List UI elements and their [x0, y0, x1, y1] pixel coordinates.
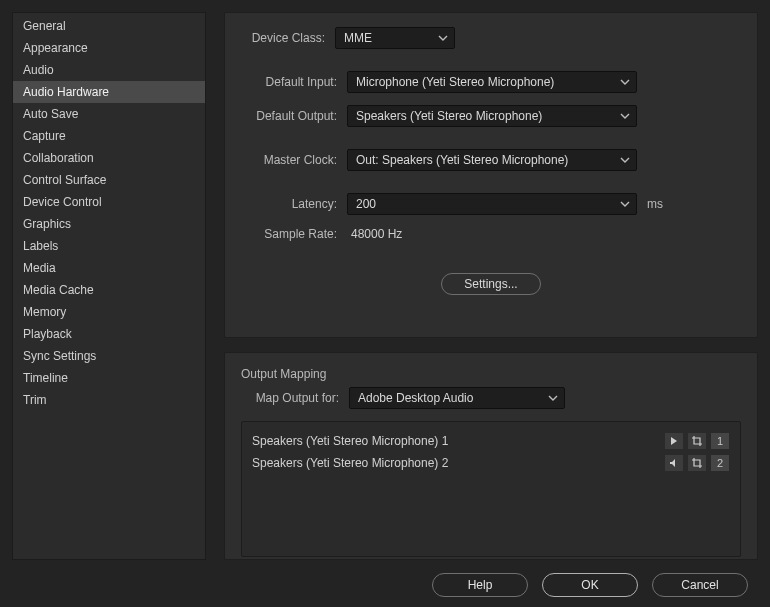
- output-channel-name: Speakers (Yeti Stereo Microphone) 2: [252, 456, 664, 470]
- chevron-down-icon: [620, 111, 630, 121]
- chevron-down-icon: [620, 155, 630, 165]
- sidebar-item-device-control[interactable]: Device Control: [13, 191, 205, 213]
- sidebar-item-trim[interactable]: Trim: [13, 389, 205, 411]
- speaker-icon[interactable]: [664, 454, 684, 472]
- audio-hardware-panel: Device Class: MME Default Input: Microph…: [224, 12, 758, 338]
- sidebar-item-capture[interactable]: Capture: [13, 125, 205, 147]
- latency-unit: ms: [647, 197, 663, 211]
- sample-rate-label: Sample Rate:: [245, 227, 337, 241]
- channel-number[interactable]: 2: [710, 454, 730, 472]
- sidebar-item-memory[interactable]: Memory: [13, 301, 205, 323]
- master-clock-select[interactable]: Out: Speakers (Yeti Stereo Microphone): [347, 149, 637, 171]
- output-mapping-row: Speakers (Yeti Stereo Microphone) 11: [252, 430, 730, 452]
- sidebar-item-control-surface[interactable]: Control Surface: [13, 169, 205, 191]
- chevron-down-icon: [620, 77, 630, 87]
- default-output-label: Default Output:: [245, 109, 337, 123]
- map-output-label: Map Output for:: [247, 391, 339, 405]
- channel-number[interactable]: 1: [710, 432, 730, 450]
- sidebar-item-timeline[interactable]: Timeline: [13, 367, 205, 389]
- cancel-button[interactable]: Cancel: [652, 573, 748, 597]
- sidebar-item-auto-save[interactable]: Auto Save: [13, 103, 205, 125]
- sidebar-item-collaboration[interactable]: Collaboration: [13, 147, 205, 169]
- crop-icon[interactable]: [687, 454, 707, 472]
- sidebar-item-general[interactable]: General: [13, 15, 205, 37]
- sidebar-item-media-cache[interactable]: Media Cache: [13, 279, 205, 301]
- play-icon[interactable]: [664, 432, 684, 450]
- sidebar-item-playback[interactable]: Playback: [13, 323, 205, 345]
- preferences-sidebar: GeneralAppearanceAudioAudio HardwareAuto…: [12, 12, 206, 560]
- latency-value: 200: [356, 197, 376, 211]
- default-output-value: Speakers (Yeti Stereo Microphone): [356, 109, 542, 123]
- crop-icon[interactable]: [687, 432, 707, 450]
- map-output-value: Adobe Desktop Audio: [358, 391, 473, 405]
- default-input-select[interactable]: Microphone (Yeti Stereo Microphone): [347, 71, 637, 93]
- sidebar-item-audio[interactable]: Audio: [13, 59, 205, 81]
- sidebar-item-audio-hardware[interactable]: Audio Hardware: [13, 81, 205, 103]
- sidebar-item-labels[interactable]: Labels: [13, 235, 205, 257]
- sidebar-item-appearance[interactable]: Appearance: [13, 37, 205, 59]
- sidebar-item-media[interactable]: Media: [13, 257, 205, 279]
- default-input-value: Microphone (Yeti Stereo Microphone): [356, 75, 554, 89]
- sidebar-item-sync-settings[interactable]: Sync Settings: [13, 345, 205, 367]
- output-mapping-panel: Output Mapping Map Output for: Adobe Des…: [224, 352, 758, 560]
- output-row-icons: 1: [664, 432, 730, 450]
- device-class-label: Device Class:: [241, 31, 325, 45]
- device-class-select[interactable]: MME: [335, 27, 455, 49]
- chevron-down-icon: [548, 393, 558, 403]
- ok-button[interactable]: OK: [542, 573, 638, 597]
- map-output-select[interactable]: Adobe Desktop Audio: [349, 387, 565, 409]
- latency-label: Latency:: [245, 197, 337, 211]
- output-mapping-row: Speakers (Yeti Stereo Microphone) 22: [252, 452, 730, 474]
- sidebar-item-graphics[interactable]: Graphics: [13, 213, 205, 235]
- output-row-icons: 2: [664, 454, 730, 472]
- sample-rate-value: 48000 Hz: [351, 227, 402, 241]
- output-mapping-title: Output Mapping: [241, 367, 741, 381]
- chevron-down-icon: [438, 33, 448, 43]
- dialog-footer: Help OK Cancel: [0, 563, 770, 607]
- default-output-select[interactable]: Speakers (Yeti Stereo Microphone): [347, 105, 637, 127]
- output-channel-name: Speakers (Yeti Stereo Microphone) 1: [252, 434, 664, 448]
- latency-select[interactable]: 200: [347, 193, 637, 215]
- device-class-value: MME: [344, 31, 372, 45]
- master-clock-label: Master Clock:: [245, 153, 337, 167]
- settings-button[interactable]: Settings...: [441, 273, 541, 295]
- default-input-label: Default Input:: [245, 75, 337, 89]
- output-mapping-list: Speakers (Yeti Stereo Microphone) 11Spea…: [241, 421, 741, 557]
- help-button[interactable]: Help: [432, 573, 528, 597]
- master-clock-value: Out: Speakers (Yeti Stereo Microphone): [356, 153, 568, 167]
- chevron-down-icon: [620, 199, 630, 209]
